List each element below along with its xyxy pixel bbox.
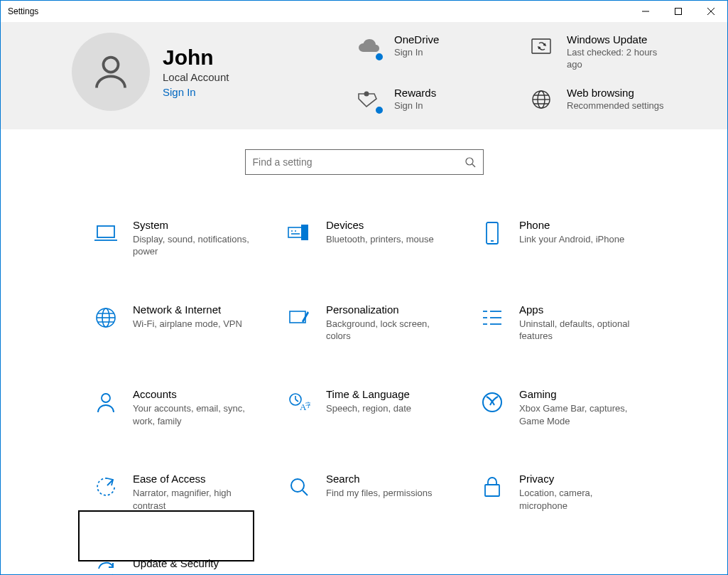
cloud-icon [356,33,381,59]
apps-icon [478,303,506,332]
ease-of-access-icon [92,473,120,501]
user-name: John [163,45,229,70]
cat-update-security[interactable]: Update & SecurityWindows Update, recover… [89,554,282,575]
avatar [72,33,150,111]
cat-sub: Link your Android, iPhone [519,233,624,246]
cat-sub: Narrator, magnifier, high contrast [133,487,254,512]
time-language-icon: A字 [285,388,313,417]
cat-title: Update & Security [133,557,254,569]
svg-text:字: 字 [305,402,310,409]
svg-point-6 [364,91,369,96]
svg-rect-1 [675,9,682,15]
cat-title: Phone [519,219,624,231]
cat-sub: Your accounts, email, sync, work, family [133,402,254,427]
search-icon [464,156,476,168]
svg-point-38 [291,479,304,492]
tile-title: Windows Update [567,33,666,45]
search-box[interactable] [245,149,484,175]
cat-title: Search [326,473,433,485]
cat-sub: Speech, region, date [326,402,411,415]
cat-title: Ease of Access [133,473,254,485]
cat-sub: Xbox Game Bar, captures, Game Mode [519,402,640,427]
svg-rect-40 [485,485,499,496]
cat-title: Devices [326,219,434,231]
cat-time-language[interactable]: A字 Time & LanguageSpeech, region, date [282,385,475,430]
cat-title: Gaming [519,388,640,400]
sync-arrows-icon [92,557,120,575]
cat-search[interactable]: SearchFind my files, permissions [282,470,475,515]
search-input[interactable] [253,156,464,168]
paint-icon [285,303,313,332]
cat-title: System [133,219,254,231]
cat-gaming[interactable]: GamingXbox Game Bar, captures, Game Mode [475,385,668,430]
cat-personalization[interactable]: PersonalizationBackground, lock screen, … [282,301,475,345]
tile-web-browsing[interactable]: Web browsing Recommended settings [528,87,694,112]
cat-network[interactable]: Network & InternetWi-Fi, airplane mode, … [89,301,282,345]
svg-line-39 [303,490,308,495]
header: John Local Account Sign In OneDrive Sign… [1,22,727,129]
svg-rect-15 [301,225,308,240]
cat-sub: Wi-Fi, airplane mode, VPN [133,318,242,331]
cat-title: Time & Language [326,388,411,400]
sync-icon [528,33,554,59]
svg-rect-12 [97,226,114,237]
settings-window: Settings John [0,0,728,575]
user-block[interactable]: John Local Account Sign In [72,29,349,112]
cat-sub: Uninstall, defaults, optional features [519,318,640,343]
window-controls [629,1,727,22]
header-tiles: OneDrive Sign In Windows Update [349,29,694,112]
cat-sub: Background, lock screen, colors [326,318,447,343]
svg-point-31 [102,394,110,402]
globe-icon [92,303,120,332]
user-text: John Local Account Sign In [163,45,229,98]
tile-sub: Sign In [394,47,439,59]
cat-sub: Find my files, permissions [326,487,433,500]
tile-title: Web browsing [567,87,664,99]
svg-line-11 [472,164,475,167]
user-account-type: Local Account [163,71,229,83]
keyboard-icon [285,219,313,247]
laptop-icon [92,219,120,247]
tile-windows-update[interactable]: Windows Update Last checked: 2 hours ago [528,33,694,71]
maximize-button[interactable] [662,1,695,22]
person-icon [92,388,120,417]
categories-grid: SystemDisplay, sound, notifications, pow… [1,175,727,575]
window-title: Settings [1,6,38,16]
cat-title: Accounts [133,388,254,400]
close-button[interactable] [695,1,727,22]
search-row [1,129,727,175]
cat-privacy[interactable]: PrivacyLocation, camera, microphone [475,470,668,515]
minimize-button[interactable] [629,1,662,22]
cat-devices[interactable]: DevicesBluetooth, printers, mouse [282,216,475,261]
globe-icon [528,87,554,112]
tile-sub: Recommended settings [567,100,664,112]
tile-rewards[interactable]: Rewards Sign In [356,87,521,112]
tile-title: Rewards [394,87,436,99]
cat-phone[interactable]: PhoneLink your Android, iPhone [475,216,668,261]
lock-icon [478,473,506,501]
cat-title: Apps [519,303,640,316]
tile-sub: Last checked: 2 hours ago [567,47,666,71]
svg-rect-5 [532,39,550,53]
cat-system[interactable]: SystemDisplay, sound, notifications, pow… [89,216,282,261]
search-icon [285,473,313,501]
cat-apps[interactable]: AppsUninstall, defaults, optional featur… [475,301,668,345]
cat-sub: Bluetooth, printers, mouse [326,233,434,246]
tile-onedrive[interactable]: OneDrive Sign In [356,33,521,71]
svg-line-34 [295,399,298,402]
rewards-icon [356,87,381,112]
xbox-icon [478,388,506,417]
cat-title: Privacy [519,473,640,485]
svg-point-4 [104,58,119,72]
svg-point-10 [466,158,473,165]
tile-title: OneDrive [394,33,439,45]
cat-accounts[interactable]: AccountsYour accounts, email, sync, work… [89,385,282,430]
cat-title: Personalization [326,303,447,316]
cat-ease-of-access[interactable]: Ease of AccessNarrator, magnifier, high … [89,470,282,515]
cat-title: Network & Internet [133,303,242,316]
titlebar: Settings [1,1,727,22]
cat-sub: Location, camera, microphone [519,487,640,512]
user-signin-link[interactable]: Sign In [163,86,229,98]
cat-sub: Display, sound, notifications, power [133,233,254,258]
tile-sub: Sign In [394,100,436,112]
